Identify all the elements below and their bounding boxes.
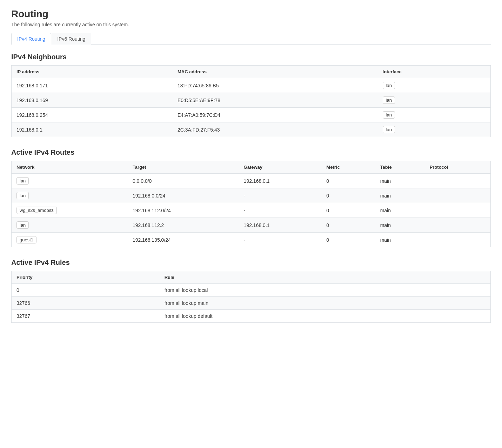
route-metric: 0 [321,218,375,233]
rule-priority: 0 [12,284,160,297]
neighbours-col-mac: MAC address [173,66,378,78]
route-table: main [375,174,425,188]
rule-text: from all lookup default [160,310,491,323]
neighbours-col-ip: IP address [12,66,173,78]
route-target: 192.168.0.0/24 [128,188,239,203]
route-gateway: - [239,203,322,218]
routes-row: lan 0.0.0.0/0 192.168.0.1 0 main [12,174,491,188]
rules-row: 32767 from all lookup default [12,310,491,323]
neighbours-row: 192.168.0.169 E0:D5:5E:AE:9F:78 lan [12,93,491,108]
route-table: main [375,218,425,233]
neighbour-mac: E0:D5:5E:AE:9F:78 [173,93,378,108]
route-target: 0.0.0.0/0 [128,174,239,188]
routes-col-target: Target [128,161,239,174]
routes-col-protocol: Protocol [425,161,491,174]
neighbour-interface: lan [378,108,491,122]
routes-col-metric: Metric [321,161,375,174]
route-table: main [375,233,425,247]
route-table: main [375,203,425,218]
tab-ipv4-routing[interactable]: IPv4 Routing [11,33,51,45]
rule-priority: 32766 [12,297,160,310]
route-target: 192.168.112.0/24 [128,203,239,218]
neighbour-interface: lan [378,93,491,108]
routes-col-network: Network [12,161,128,174]
route-gateway: 192.168.0.1 [239,174,322,188]
neighbour-mac: 18:FD:74:65:86:B5 [173,78,378,93]
rules-section: Active IPv4 Rules Priority Rule 0 from a… [11,259,491,323]
routes-row: guest1 192.168.195.0/24 - 0 main [12,233,491,247]
neighbours-row: 192.168.0.171 18:FD:74:65:86:B5 lan [12,78,491,93]
route-table: main [375,188,425,203]
rule-priority: 32767 [12,310,160,323]
rule-text: from all lookup main [160,297,491,310]
neighbour-ip: 192.168.0.169 [12,93,173,108]
rules-col-priority: Priority [12,271,160,284]
route-target: 192.168.195.0/24 [128,233,239,247]
neighbours-col-interface: Interface [378,66,491,78]
route-metric: 0 [321,188,375,203]
route-protocol [425,203,491,218]
rule-text: from all lookup local [160,284,491,297]
route-network: wg_s2s_amopsz [12,203,128,218]
rules-row: 0 from all lookup local [12,284,491,297]
route-metric: 0 [321,233,375,247]
route-network: guest1 [12,233,128,247]
rules-table: Priority Rule 0 from all lookup local 32… [11,271,491,323]
neighbours-row: 192.168.0.1 2C:3A:FD:27:F5:43 lan [12,122,491,137]
routes-title: Active IPv4 Routes [11,148,491,156]
tab-ipv6-routing[interactable]: IPv6 Routing [51,33,91,45]
neighbour-mac: E4:A7:A0:59:7C:D4 [173,108,378,122]
neighbour-ip: 192.168.0.171 [12,78,173,93]
neighbour-interface: lan [378,122,491,137]
page-subtitle: The following rules are currently active… [11,22,491,27]
route-protocol [425,218,491,233]
neighbours-table: IP address MAC address Interface 192.168… [11,65,491,137]
routes-row: wg_s2s_amopsz 192.168.112.0/24 - 0 main [12,203,491,218]
neighbour-interface: lan [378,78,491,93]
routes-table: Network Target Gateway Metric Table Prot… [11,161,491,247]
neighbours-row: 192.168.0.254 E4:A7:A0:59:7C:D4 lan [12,108,491,122]
route-protocol [425,174,491,188]
route-metric: 0 [321,203,375,218]
routes-row: lan 192.168.0.0/24 - 0 main [12,188,491,203]
route-gateway: - [239,188,322,203]
neighbour-mac: 2C:3A:FD:27:F5:43 [173,122,378,137]
route-gateway: - [239,233,322,247]
routes-col-gateway: Gateway [239,161,322,174]
route-network: lan [12,174,128,188]
neighbour-ip: 192.168.0.254 [12,108,173,122]
rules-title: Active IPv4 Rules [11,259,491,267]
tab-bar: IPv4 Routing IPv6 Routing [11,33,491,45]
route-target: 192.168.112.2 [128,218,239,233]
route-metric: 0 [321,174,375,188]
route-protocol [425,188,491,203]
route-gateway: 192.168.0.1 [239,218,322,233]
neighbours-section: IPv4 Neighbours IP address MAC address I… [11,53,491,137]
route-network: lan [12,218,128,233]
rules-col-rule: Rule [160,271,491,284]
routes-col-table: Table [375,161,425,174]
routes-section: Active IPv4 Routes Network Target Gatewa… [11,148,491,247]
neighbour-ip: 192.168.0.1 [12,122,173,137]
route-network: lan [12,188,128,203]
routes-row: lan 192.168.112.2 192.168.0.1 0 main [12,218,491,233]
neighbours-title: IPv4 Neighbours [11,53,491,61]
route-protocol [425,233,491,247]
page-title: Routing [11,8,491,20]
rules-row: 32766 from all lookup main [12,297,491,310]
